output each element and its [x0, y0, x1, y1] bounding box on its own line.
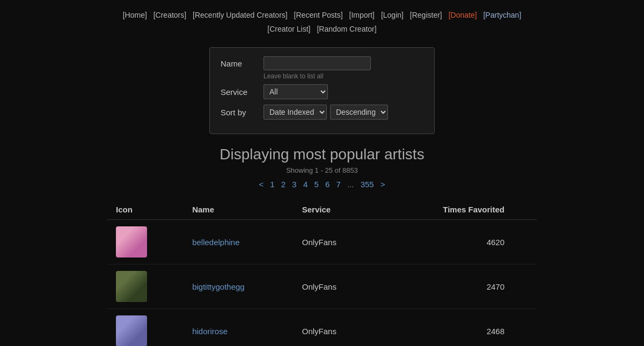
service-label: Service	[221, 87, 264, 97]
name-cell: bigtittygothegg	[184, 264, 294, 309]
name-cell: hidorirose	[184, 309, 294, 347]
times-cell: 4620	[375, 220, 537, 264]
name-cell: belledelphine	[184, 220, 294, 264]
service-select[interactable]: All OnlyFans Patreon Fanbox Subscribesta…	[264, 84, 328, 99]
showing-text: Showing 1 - 25 of 8853	[0, 166, 644, 174]
page-1[interactable]: 1	[270, 180, 274, 189]
nav-import[interactable]: [Import]	[349, 11, 375, 19]
creator-link[interactable]: bigtittygothegg	[192, 282, 245, 291]
creator-link[interactable]: belledelphine	[192, 238, 239, 247]
service-row: Service All OnlyFans Patreon Fanbox Subs…	[221, 84, 423, 99]
avatar-cell	[107, 309, 184, 347]
page-last[interactable]: 355	[361, 180, 374, 189]
prev-page[interactable]: <	[259, 180, 264, 189]
page-4[interactable]: 4	[303, 180, 308, 189]
creators-table: Icon Name Service Times Favorited belled…	[107, 200, 537, 346]
nav-home[interactable]: [Home]	[123, 11, 147, 19]
next-page[interactable]: >	[380, 180, 385, 189]
avatar-cell	[107, 220, 184, 264]
sort-order-select[interactable]: Descending Ascending	[330, 105, 388, 120]
sort-by-select[interactable]: Date Indexed Name Favorites	[264, 105, 327, 120]
avatar	[116, 226, 147, 257]
table-header-row: Icon Name Service Times Favorited	[107, 200, 537, 220]
name-label: Name	[221, 59, 264, 68]
avatar	[116, 315, 147, 346]
sort-row: Sort by Date Indexed Name Favorites Desc…	[221, 105, 423, 120]
page-2[interactable]: 2	[281, 180, 286, 189]
page-5[interactable]: 5	[314, 180, 318, 189]
sort-selects: Date Indexed Name Favorites Descending A…	[264, 105, 388, 120]
nav-login[interactable]: [Login]	[381, 11, 404, 19]
col-service: Service	[294, 200, 375, 220]
times-cell: 2470	[375, 264, 537, 309]
search-form: Name Leave blank to list all Service All…	[209, 47, 435, 134]
nav-recently-updated[interactable]: [Recently Updated Creators]	[193, 11, 288, 19]
name-hint: Leave blank to list all	[264, 72, 423, 80]
table-row: bigtittygothegg OnlyFans 2470	[107, 264, 537, 309]
nav-creators[interactable]: [Creators]	[153, 11, 186, 19]
page-7[interactable]: 7	[336, 180, 340, 189]
service-cell: OnlyFans	[294, 264, 375, 309]
top-nav: [Home] [Creators] [Recently Updated Crea…	[0, 0, 644, 25]
service-cell: OnlyFans	[294, 220, 375, 264]
col-name: Name	[184, 200, 294, 220]
nav-partychan[interactable]: [Partychan]	[483, 11, 521, 19]
avatar-cell	[107, 264, 184, 309]
nav-random-creator[interactable]: [Random Creator]	[317, 25, 376, 33]
pagination: < 1 2 3 4 5 6 7 ... 355 >	[0, 180, 644, 189]
col-icon: Icon	[107, 200, 184, 220]
sort-label: Sort by	[221, 108, 264, 117]
service-cell: OnlyFans	[294, 309, 375, 347]
col-times-favorited: Times Favorited	[375, 200, 537, 220]
sub-nav: [Creator List] [Random Creator]	[0, 25, 644, 39]
pagination-ellipsis: ...	[347, 180, 354, 189]
results-heading: Displaying most popular artists	[0, 146, 644, 163]
table-row: hidorirose OnlyFans 2468	[107, 309, 537, 347]
nav-register[interactable]: [Register]	[410, 11, 442, 19]
nav-donate[interactable]: [Donate]	[449, 11, 477, 19]
times-cell: 2468	[375, 309, 537, 347]
name-input[interactable]	[264, 56, 371, 70]
avatar	[116, 271, 147, 302]
nav-creator-list[interactable]: [Creator List]	[267, 25, 310, 33]
nav-recent-posts[interactable]: [Recent Posts]	[294, 11, 343, 19]
page-6[interactable]: 6	[325, 180, 330, 189]
table-row: belledelphine OnlyFans 4620	[107, 220, 537, 264]
name-row: Name	[221, 56, 423, 70]
creator-link[interactable]: hidorirose	[192, 327, 228, 336]
page-3[interactable]: 3	[292, 180, 296, 189]
